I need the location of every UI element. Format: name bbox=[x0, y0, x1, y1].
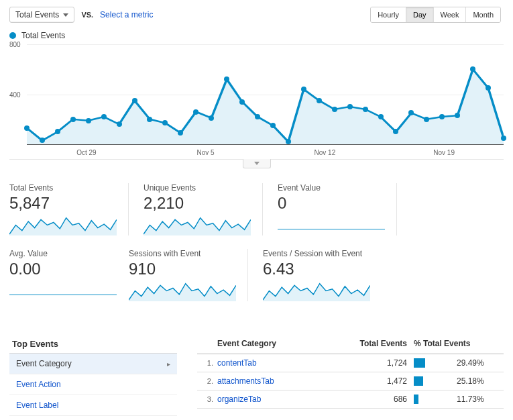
pct-bar bbox=[414, 395, 418, 404]
primary-metric-label: Total Events bbox=[15, 10, 59, 19]
pct-bar bbox=[414, 376, 423, 386]
scorecard: Avg. Value0.00 bbox=[9, 249, 129, 301]
scorecard: Total Events5,847 bbox=[9, 183, 129, 235]
scorecard-label: Events / Session with Event bbox=[263, 249, 382, 258]
data-point bbox=[86, 118, 91, 123]
data-point bbox=[193, 109, 198, 115]
sidebar-item-event-action[interactable]: Event Action bbox=[9, 374, 177, 395]
pct-bar bbox=[414, 358, 425, 368]
sidebar-item-event-label[interactable]: Event Label bbox=[9, 395, 177, 416]
chevron-down-icon bbox=[254, 162, 260, 165]
pct-bar-wrap bbox=[414, 395, 451, 404]
scorecard-value: 0 bbox=[278, 194, 384, 213]
granularity-month[interactable]: Month bbox=[465, 7, 500, 22]
row-category-link[interactable]: contentTab bbox=[217, 358, 333, 368]
table-row: 2.attachmentsTab1,47225.18% bbox=[197, 372, 504, 390]
y-tick-800: 800 bbox=[9, 41, 21, 48]
primary-metric-dropdown[interactable]: Total Events bbox=[9, 7, 74, 23]
data-point bbox=[55, 129, 60, 134]
sparkline bbox=[144, 215, 251, 235]
data-point bbox=[317, 98, 322, 103]
scorecard-value: 2,210 bbox=[144, 194, 250, 213]
pct-text: 29.49% bbox=[457, 358, 484, 368]
row-pct: 25.18% bbox=[407, 376, 501, 386]
col-total-header: Total Events bbox=[333, 339, 407, 348]
bottom-section: Top Events Event Category▸Event ActionEv… bbox=[9, 335, 504, 416]
data-point bbox=[439, 114, 445, 119]
table-header: Event Category Total Events % Total Even… bbox=[197, 335, 504, 354]
top-events-sidebar: Top Events Event Category▸Event ActionEv… bbox=[9, 335, 177, 416]
data-point bbox=[347, 104, 353, 109]
metric-controls: Total Events VS. Select a metric bbox=[9, 7, 153, 23]
data-point bbox=[332, 107, 337, 112]
scorecard: Event Value0 bbox=[278, 183, 397, 235]
data-point bbox=[24, 125, 30, 131]
data-point bbox=[70, 117, 76, 122]
x-tick: Nov 19 bbox=[384, 149, 504, 156]
data-point bbox=[178, 130, 183, 136]
scorecard-label: Sessions with Event bbox=[129, 249, 235, 258]
row-total: 1,724 bbox=[333, 358, 407, 368]
row-index: 1. bbox=[200, 359, 213, 367]
row-category-link[interactable]: organizeTab bbox=[217, 395, 333, 404]
data-point bbox=[270, 123, 276, 128]
sidebar-item-label: Event Label bbox=[16, 401, 58, 410]
vs-label: VS. bbox=[81, 11, 93, 19]
x-tick: Oct 29 bbox=[27, 149, 146, 156]
col-pct-header: % Total Events bbox=[407, 339, 501, 348]
x-tick: Nov 12 bbox=[266, 149, 385, 156]
sidebar-item-label: Event Category bbox=[16, 359, 72, 368]
chevron-right-icon: ▸ bbox=[167, 360, 170, 368]
data-point bbox=[501, 136, 506, 141]
select-metric-link[interactable]: Select a metric bbox=[100, 10, 153, 19]
scorecard-label: Avg. Value bbox=[9, 249, 129, 258]
granularity-day[interactable]: Day bbox=[406, 7, 433, 22]
data-point bbox=[209, 115, 214, 121]
table-row: 3.organizeTab68611.73% bbox=[197, 390, 504, 409]
granularity-hourly[interactable]: Hourly bbox=[371, 7, 406, 22]
pct-text: 25.18% bbox=[457, 376, 484, 386]
granularity-group: HourlyDayWeekMonth bbox=[370, 7, 501, 23]
data-point bbox=[117, 121, 122, 127]
row-pct: 29.49% bbox=[407, 358, 501, 368]
scorecard-label: Event Value bbox=[278, 183, 384, 193]
data-point bbox=[224, 76, 229, 82]
topbar: Total Events VS. Select a metric HourlyD… bbox=[9, 7, 504, 23]
row-index: 2. bbox=[200, 377, 213, 385]
sidebar-item-event-category[interactable]: Event Category▸ bbox=[9, 354, 177, 374]
data-point bbox=[147, 117, 152, 122]
sidebar-title: Top Events bbox=[9, 335, 177, 354]
pct-bar-wrap bbox=[414, 358, 451, 368]
row-pct: 11.73% bbox=[407, 395, 501, 404]
data-point bbox=[132, 98, 137, 103]
row-index: 3. bbox=[200, 395, 213, 403]
row-total: 686 bbox=[333, 395, 407, 404]
scorecard-value: 6.43 bbox=[263, 260, 382, 278]
x-tick: Nov 5 bbox=[146, 149, 266, 156]
events-table: Event Category Total Events % Total Even… bbox=[197, 335, 504, 416]
pct-text: 11.73% bbox=[457, 395, 484, 404]
main-chart: 800 400 bbox=[9, 44, 504, 145]
data-point bbox=[162, 120, 168, 125]
sparkline-flat bbox=[9, 295, 117, 295]
data-point bbox=[301, 87, 306, 92]
scorecard-label: Unique Events bbox=[144, 183, 250, 193]
data-point bbox=[378, 114, 384, 119]
data-point bbox=[455, 113, 460, 118]
chevron-down-icon bbox=[63, 13, 68, 17]
data-point bbox=[255, 114, 260, 119]
legend-dot-icon bbox=[9, 32, 16, 39]
scorecard-value: 910 bbox=[129, 260, 235, 278]
scorecard: Events / Session with Event6.43 bbox=[263, 249, 382, 301]
row-category-link[interactable]: attachmentsTab bbox=[217, 376, 333, 386]
data-point bbox=[363, 107, 368, 112]
col-category-header: Event Category bbox=[217, 339, 333, 348]
chart-area bbox=[27, 44, 504, 145]
sparkline bbox=[263, 281, 370, 301]
chart-collapse-handle[interactable] bbox=[243, 159, 271, 168]
data-point bbox=[424, 117, 429, 122]
granularity-week[interactable]: Week bbox=[433, 7, 466, 22]
scorecards: Total Events5,847Unique Events2,210Event… bbox=[9, 183, 504, 315]
data-point bbox=[286, 139, 291, 144]
data-point bbox=[101, 114, 107, 119]
